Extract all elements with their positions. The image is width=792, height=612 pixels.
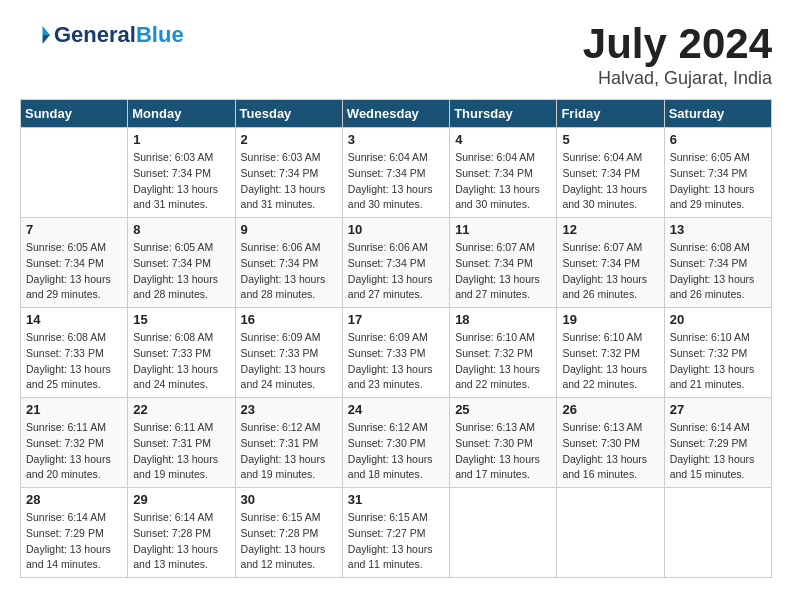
calendar-cell: 26Sunrise: 6:13 AMSunset: 7:30 PMDayligh… [557,398,664,488]
day-number: 6 [670,132,766,147]
day-info: Sunrise: 6:13 AMSunset: 7:30 PMDaylight:… [455,420,551,483]
day-info: Sunrise: 6:05 AMSunset: 7:34 PMDaylight:… [26,240,122,303]
day-number: 25 [455,402,551,417]
calendar-cell: 22Sunrise: 6:11 AMSunset: 7:31 PMDayligh… [128,398,235,488]
calendar-cell: 16Sunrise: 6:09 AMSunset: 7:33 PMDayligh… [235,308,342,398]
calendar-header-row: SundayMondayTuesdayWednesdayThursdayFrid… [21,100,772,128]
calendar-cell: 18Sunrise: 6:10 AMSunset: 7:32 PMDayligh… [450,308,557,398]
calendar-cell: 31Sunrise: 6:15 AMSunset: 7:27 PMDayligh… [342,488,449,578]
day-info: Sunrise: 6:08 AMSunset: 7:34 PMDaylight:… [670,240,766,303]
calendar-week-4: 21Sunrise: 6:11 AMSunset: 7:32 PMDayligh… [21,398,772,488]
calendar-week-5: 28Sunrise: 6:14 AMSunset: 7:29 PMDayligh… [21,488,772,578]
page-header: GeneralBlue July 2024 Halvad, Gujarat, I… [20,20,772,89]
day-number: 28 [26,492,122,507]
day-number: 15 [133,312,229,327]
calendar-cell: 23Sunrise: 6:12 AMSunset: 7:31 PMDayligh… [235,398,342,488]
day-number: 14 [26,312,122,327]
calendar-cell: 8Sunrise: 6:05 AMSunset: 7:34 PMDaylight… [128,218,235,308]
day-info: Sunrise: 6:11 AMSunset: 7:32 PMDaylight:… [26,420,122,483]
day-info: Sunrise: 6:03 AMSunset: 7:34 PMDaylight:… [241,150,337,213]
calendar-cell: 3Sunrise: 6:04 AMSunset: 7:34 PMDaylight… [342,128,449,218]
day-number: 19 [562,312,658,327]
day-number: 4 [455,132,551,147]
calendar-cell: 28Sunrise: 6:14 AMSunset: 7:29 PMDayligh… [21,488,128,578]
day-number: 29 [133,492,229,507]
day-number: 9 [241,222,337,237]
day-info: Sunrise: 6:09 AMSunset: 7:33 PMDaylight:… [241,330,337,393]
calendar-cell: 20Sunrise: 6:10 AMSunset: 7:32 PMDayligh… [664,308,771,398]
day-info: Sunrise: 6:14 AMSunset: 7:29 PMDaylight:… [26,510,122,573]
calendar-cell: 19Sunrise: 6:10 AMSunset: 7:32 PMDayligh… [557,308,664,398]
day-info: Sunrise: 6:14 AMSunset: 7:29 PMDaylight:… [670,420,766,483]
day-info: Sunrise: 6:07 AMSunset: 7:34 PMDaylight:… [562,240,658,303]
calendar-week-2: 7Sunrise: 6:05 AMSunset: 7:34 PMDaylight… [21,218,772,308]
calendar-cell: 7Sunrise: 6:05 AMSunset: 7:34 PMDaylight… [21,218,128,308]
day-number: 31 [348,492,444,507]
calendar-cell: 13Sunrise: 6:08 AMSunset: 7:34 PMDayligh… [664,218,771,308]
calendar-cell: 9Sunrise: 6:06 AMSunset: 7:34 PMDaylight… [235,218,342,308]
calendar-cell: 15Sunrise: 6:08 AMSunset: 7:33 PMDayligh… [128,308,235,398]
calendar-cell: 29Sunrise: 6:14 AMSunset: 7:28 PMDayligh… [128,488,235,578]
day-info: Sunrise: 6:09 AMSunset: 7:33 PMDaylight:… [348,330,444,393]
day-number: 5 [562,132,658,147]
day-number: 26 [562,402,658,417]
day-info: Sunrise: 6:10 AMSunset: 7:32 PMDaylight:… [455,330,551,393]
day-info: Sunrise: 6:06 AMSunset: 7:34 PMDaylight:… [348,240,444,303]
weekday-header-monday: Monday [128,100,235,128]
weekday-header-thursday: Thursday [450,100,557,128]
calendar-body: 1Sunrise: 6:03 AMSunset: 7:34 PMDaylight… [21,128,772,578]
logo-text: GeneralBlue [54,23,184,47]
weekday-header-friday: Friday [557,100,664,128]
day-info: Sunrise: 6:10 AMSunset: 7:32 PMDaylight:… [562,330,658,393]
day-info: Sunrise: 6:04 AMSunset: 7:34 PMDaylight:… [455,150,551,213]
calendar-cell: 21Sunrise: 6:11 AMSunset: 7:32 PMDayligh… [21,398,128,488]
svg-marker-0 [43,26,51,35]
calendar-cell: 24Sunrise: 6:12 AMSunset: 7:30 PMDayligh… [342,398,449,488]
day-number: 21 [26,402,122,417]
day-info: Sunrise: 6:12 AMSunset: 7:31 PMDaylight:… [241,420,337,483]
day-info: Sunrise: 6:13 AMSunset: 7:30 PMDaylight:… [562,420,658,483]
calendar-cell [21,128,128,218]
calendar-cell [664,488,771,578]
calendar-week-3: 14Sunrise: 6:08 AMSunset: 7:33 PMDayligh… [21,308,772,398]
day-info: Sunrise: 6:04 AMSunset: 7:34 PMDaylight:… [562,150,658,213]
day-number: 10 [348,222,444,237]
calendar-cell: 27Sunrise: 6:14 AMSunset: 7:29 PMDayligh… [664,398,771,488]
day-info: Sunrise: 6:05 AMSunset: 7:34 PMDaylight:… [670,150,766,213]
calendar-cell: 1Sunrise: 6:03 AMSunset: 7:34 PMDaylight… [128,128,235,218]
calendar-cell: 10Sunrise: 6:06 AMSunset: 7:34 PMDayligh… [342,218,449,308]
day-info: Sunrise: 6:06 AMSunset: 7:34 PMDaylight:… [241,240,337,303]
calendar-cell: 30Sunrise: 6:15 AMSunset: 7:28 PMDayligh… [235,488,342,578]
calendar-cell: 17Sunrise: 6:09 AMSunset: 7:33 PMDayligh… [342,308,449,398]
day-info: Sunrise: 6:03 AMSunset: 7:34 PMDaylight:… [133,150,229,213]
day-number: 30 [241,492,337,507]
day-info: Sunrise: 6:04 AMSunset: 7:34 PMDaylight:… [348,150,444,213]
svg-marker-1 [43,35,51,44]
logo-icon [20,20,50,50]
day-number: 13 [670,222,766,237]
day-info: Sunrise: 6:08 AMSunset: 7:33 PMDaylight:… [26,330,122,393]
weekday-header-saturday: Saturday [664,100,771,128]
day-number: 7 [26,222,122,237]
calendar-week-1: 1Sunrise: 6:03 AMSunset: 7:34 PMDaylight… [21,128,772,218]
calendar-cell [450,488,557,578]
day-number: 24 [348,402,444,417]
day-info: Sunrise: 6:07 AMSunset: 7:34 PMDaylight:… [455,240,551,303]
day-number: 3 [348,132,444,147]
calendar-cell: 4Sunrise: 6:04 AMSunset: 7:34 PMDaylight… [450,128,557,218]
calendar-cell: 6Sunrise: 6:05 AMSunset: 7:34 PMDaylight… [664,128,771,218]
day-info: Sunrise: 6:11 AMSunset: 7:31 PMDaylight:… [133,420,229,483]
calendar-cell: 14Sunrise: 6:08 AMSunset: 7:33 PMDayligh… [21,308,128,398]
day-number: 11 [455,222,551,237]
title-block: July 2024 Halvad, Gujarat, India [583,20,772,89]
day-info: Sunrise: 6:15 AMSunset: 7:28 PMDaylight:… [241,510,337,573]
day-number: 23 [241,402,337,417]
day-number: 22 [133,402,229,417]
day-info: Sunrise: 6:12 AMSunset: 7:30 PMDaylight:… [348,420,444,483]
weekday-header-tuesday: Tuesday [235,100,342,128]
calendar-cell [557,488,664,578]
day-info: Sunrise: 6:10 AMSunset: 7:32 PMDaylight:… [670,330,766,393]
day-info: Sunrise: 6:14 AMSunset: 7:28 PMDaylight:… [133,510,229,573]
day-number: 20 [670,312,766,327]
day-info: Sunrise: 6:05 AMSunset: 7:34 PMDaylight:… [133,240,229,303]
